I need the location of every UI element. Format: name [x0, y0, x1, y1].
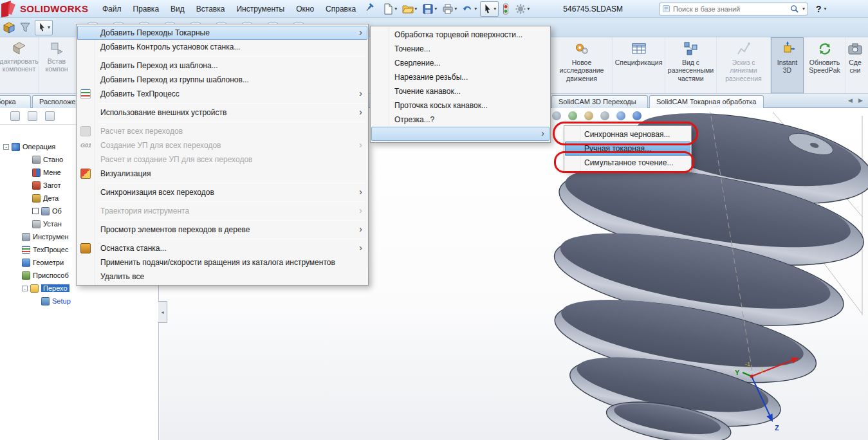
- menu-window[interactable]: Окно: [290, 1, 320, 17]
- submenu-item-drilling[interactable]: Сверление...: [371, 56, 549, 70]
- ribbon-button-label: Новое исследование движения: [553, 59, 610, 82]
- submenu-arrow-icon: ›: [359, 138, 362, 152]
- filter-icon[interactable]: [19, 22, 31, 33]
- menu-file[interactable]: Файл: [97, 1, 127, 17]
- menu-separator: [98, 56, 365, 57]
- submenu-item-simultaneous-turning[interactable]: Симультанное точение...: [565, 156, 690, 170]
- menu-item-external-devices[interactable]: Использование внешних устройств ›: [77, 105, 367, 120]
- gear-icon: [515, 3, 526, 15]
- panel-splitter-grip[interactable]: ◂: [158, 301, 167, 323]
- insert-component-ribbon-button[interactable]: Встав компон: [39, 37, 75, 93]
- collapse-icon[interactable]: -: [22, 286, 28, 291]
- caret-down-icon: ▾: [434, 6, 437, 12]
- pin-icon[interactable]: [364, 3, 374, 15]
- submenu-item-threading[interactable]: Нарезание резьбы...: [371, 70, 549, 84]
- menu-item-add-turning-operations[interactable]: Добавить Переходы Токарные ›: [77, 26, 367, 40]
- motion-study-button[interactable]: Новое исследование движения: [551, 37, 613, 93]
- tree-item-label: Инструмен: [33, 233, 69, 241]
- bom-button[interactable]: Спецификация: [613, 37, 665, 93]
- viewport-toolbar: [552, 111, 642, 120]
- solidworks-logo: SOLIDWORKS: [0, 1, 97, 17]
- exploded-view-button[interactable]: Вид с разнесенными частями: [665, 37, 717, 93]
- tree-tabs-icon[interactable]: [45, 111, 55, 121]
- viewport-tool-icon[interactable]: [600, 111, 609, 120]
- menu-item-synchronize-all[interactable]: Синхронизация всех переходов ›: [77, 185, 367, 199]
- submenu-item-grooving[interactable]: Точение канавок...: [371, 84, 549, 98]
- application-window: SOLIDWORKS Файл Правка Вид Вставка Инстр…: [0, 0, 868, 440]
- stoplight-toggle-button[interactable]: [500, 1, 512, 17]
- search-input[interactable]: [673, 5, 787, 13]
- menu-item-view-tree-elements[interactable]: Просмотр элементов переходов в дереве ›: [77, 223, 367, 237]
- viewport-tool-icon[interactable]: [552, 111, 561, 120]
- menu-view[interactable]: Вид: [165, 1, 190, 17]
- undo-button[interactable]: ▾: [460, 1, 479, 17]
- menu-separator: [98, 239, 365, 239]
- coord-manager-icon: [32, 169, 41, 177]
- print-button[interactable]: ▾: [440, 1, 459, 17]
- knowledge-search-box[interactable]: ▾: [659, 3, 808, 15]
- menu-insert[interactable]: Вставка: [190, 1, 231, 17]
- open-button[interactable]: ▾: [400, 1, 419, 17]
- caret-down-icon: ▾: [414, 6, 417, 12]
- collapse-icon[interactable]: -: [3, 144, 9, 150]
- ribbon-button-label: Сде сни: [847, 59, 863, 75]
- menu-separator: [98, 103, 365, 104]
- save-button[interactable]: ▾: [420, 1, 439, 17]
- menu-item-simulation[interactable]: Визуализация: [77, 167, 367, 181]
- menu-item-add-from-template[interactable]: Добавить Переход из шаблона...: [77, 59, 367, 73]
- menu-item-label: Использование внешних устройств: [100, 108, 226, 117]
- tab-scroll-left-icon[interactable]: ◀: [848, 97, 853, 104]
- viewport-tool-icon[interactable]: [568, 111, 577, 120]
- caret-down-icon: ▾: [394, 6, 397, 12]
- snapshot-button[interactable]: Сде сни: [845, 37, 865, 93]
- select-filter-button[interactable]: ▾: [35, 20, 53, 35]
- tab-scroll-right-icon[interactable]: ▶: [858, 97, 863, 104]
- submenu-item-turning[interactable]: Точение...: [371, 42, 549, 56]
- edit-component-ribbon-button[interactable]: дактировать компонент: [0, 37, 39, 93]
- submenu-item-face-turning[interactable]: Обработка торцевой поверхности...: [371, 28, 549, 42]
- submenu-item-cutoff[interactable]: Отрезка...?: [371, 113, 549, 127]
- menu-item-apply-feeds-speeds[interactable]: Применить подачи/скорости вращения из ка…: [77, 255, 367, 270]
- snapshot-camera-icon: [847, 41, 863, 57]
- operations-folder-icon: [30, 284, 39, 293]
- tree-item-setup[interactable]: Setup: [0, 295, 158, 307]
- viewport-tool-icon[interactable]: [584, 111, 593, 120]
- help-button[interactable]: ? ▾: [816, 4, 827, 14]
- checkbox-icon[interactable]: [32, 208, 39, 214]
- tab-solidcam-turning[interactable]: SolidCAM Токарная обработка: [649, 95, 764, 108]
- select-tool-button[interactable]: ▾: [480, 1, 499, 17]
- options-icon: [41, 207, 50, 215]
- ribbon-button-label: Вид с разнесенными частями: [667, 59, 714, 82]
- caret-down-icon[interactable]: ▾: [802, 6, 805, 12]
- submenu-item-sync-roughing[interactable]: Синхронная черновая...: [565, 127, 690, 142]
- new-document-button[interactable]: ▾: [380, 1, 399, 17]
- tree-filter-icon[interactable]: [28, 111, 37, 121]
- menu-item-add-machine-control[interactable]: Добавить Контроль установок станка...: [77, 40, 367, 54]
- menu-item-label: Добавить Контроль установок станка...: [100, 42, 240, 51]
- menu-tools[interactable]: Инструменты: [230, 1, 290, 17]
- caret-down-icon: ▾: [454, 6, 457, 12]
- options-button[interactable]: ▾: [513, 1, 531, 17]
- menu-item-add-techprocess[interactable]: Добавить ТехПроцесс ›: [77, 87, 367, 101]
- titlebar: SOLIDWORKS Файл Правка Вид Вставка Инстр…: [0, 0, 868, 18]
- search-icon[interactable]: [790, 4, 799, 14]
- submenu-item-manual-turning[interactable]: Ручная токарная...: [565, 142, 690, 156]
- menu-item-add-from-template-group[interactable]: Добавить Переход из группы шаблонов...: [77, 73, 367, 87]
- submenu-item-angled-grooving[interactable]: Проточка косых канавок...: [371, 98, 549, 113]
- menu-edit[interactable]: Правка: [127, 1, 165, 17]
- instant3d-button[interactable]: Instant 3D: [771, 37, 804, 93]
- viewport-tool-icon[interactable]: [616, 111, 625, 120]
- viewport-tool-icon[interactable]: [633, 111, 642, 120]
- tab-solidcam-3d[interactable]: SolidCAM 3D Переходы: [551, 95, 648, 108]
- new-document-icon: [382, 3, 394, 15]
- menu-item-machine-tooling[interactable]: Оснастка станка... ›: [77, 241, 367, 255]
- edit-component-icon[interactable]: [3, 21, 15, 34]
- tab-assembly[interactable]: борка: [0, 95, 31, 108]
- menu-help[interactable]: Справка: [320, 1, 362, 17]
- submenu-item-advanced-turning[interactable]: ›: [371, 127, 549, 141]
- menu-item-label: Нарезание резьбы...: [394, 73, 468, 82]
- knowledge-base-icon: [662, 5, 670, 13]
- menu-item-delete-all[interactable]: Удалить все: [77, 270, 367, 284]
- update-speedpak-button[interactable]: Обновить SpeedPak: [804, 37, 845, 93]
- display-pane-icon[interactable]: [10, 111, 20, 121]
